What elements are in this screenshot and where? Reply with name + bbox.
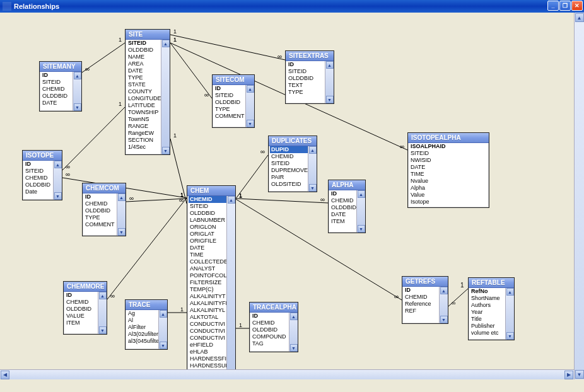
field-tag[interactable]: TAG [251, 340, 289, 347]
field-conductivi[interactable]: CONDUCTIVI [189, 335, 226, 342]
field-comment[interactable]: COMMENT [84, 221, 117, 228]
field-scrollbar[interactable]: ▲▼ [289, 313, 298, 352]
table-header-siteextras[interactable]: SITEEXTRAS [286, 51, 334, 61]
field-siteid[interactable]: SITEID [41, 79, 73, 86]
field-alktotal[interactable]: ALKTOTAL [189, 314, 226, 321]
field-dupremove[interactable]: DUPREMOVE [270, 167, 308, 174]
table-header-duplicates[interactable]: DUPLICATES [269, 136, 317, 146]
scroll-down-icon[interactable]: ▼ [440, 316, 448, 323]
scroll-up-icon[interactable]: ▲ [247, 85, 254, 93]
field-time[interactable]: TIME [409, 171, 489, 178]
field-id[interactable]: ID [41, 72, 73, 79]
field-14sec[interactable]: 1/4Sec [127, 144, 161, 151]
field-longitude[interactable]: LONGITUDE [127, 95, 161, 102]
maximize-button[interactable]: ❐ [559, 1, 571, 11]
field-isoalphaid[interactable]: ISOALPHAID [409, 143, 489, 150]
scroll-down-icon[interactable]: ▼ [247, 120, 254, 127]
field-text[interactable]: TEXT [287, 82, 325, 89]
field-list[interactable]: CHEMIDSITEIDOLDDBIDLABNUMBERORIGLONORIGL… [187, 196, 226, 378]
field-id[interactable]: ID [330, 190, 356, 197]
field-olddbid[interactable]: OLDDBID [330, 204, 356, 211]
field-scrollbar[interactable]: ▲▼ [117, 193, 126, 236]
field-oldsiteid[interactable]: OLDSITEID [270, 181, 308, 188]
field-type[interactable]: TYPE [214, 106, 245, 113]
table-header-chemcom[interactable]: CHEMCOM [83, 183, 126, 193]
field-al3045ufilter[interactable]: al3(045ufilter [127, 338, 158, 345]
field-olddbid[interactable]: OLDDBID [251, 326, 289, 333]
scroll-up-icon[interactable]: ▲ [290, 313, 298, 320]
field-chemid[interactable]: CHEMID [41, 86, 73, 93]
field-list[interactable]: AgAlAlFilterAl3(02ufilter)al3(045ufilter [126, 310, 158, 349]
field-scrollbar[interactable]: ▲▼ [226, 196, 235, 378]
field-chemid[interactable]: CHEMID [84, 200, 117, 207]
scroll-up-icon[interactable]: ▲ [160, 310, 167, 318]
field-list[interactable]: RefNoShortNameAuthorsYearTitlePublisherv… [469, 288, 505, 340]
field-collectedby[interactable]: COLLECTEDBY [189, 258, 226, 265]
field-olddbid[interactable]: OLDDBID [65, 306, 98, 313]
field-area[interactable]: AREA [127, 61, 161, 67]
field-ehlab[interactable]: eHLAB [189, 349, 226, 355]
field-item[interactable]: ITEM [330, 218, 356, 225]
field-list[interactable]: IDSITEIDOLDDBIDTEXTTYPE [286, 61, 325, 103]
scroll-down-button[interactable]: ▼ [575, 370, 584, 379]
field-al302ufilter[interactable]: Al3(02ufilter) [127, 331, 158, 338]
field-list[interactable]: IDCHEMIDOLDDBIDDATEITEM [329, 190, 356, 233]
scroll-down-icon[interactable]: ▼ [74, 103, 81, 111]
field-type[interactable]: TYPE [127, 74, 161, 81]
field-origlat[interactable]: ORIGLAT [189, 231, 226, 238]
field-date[interactable]: DATE [189, 245, 226, 251]
field-list[interactable]: SITEIDOLDDBIDNAMEAREADATETYPESTATECOUNTY… [126, 40, 161, 154]
scroll-up-icon[interactable]: ▲ [54, 161, 62, 168]
scroll-down-icon[interactable]: ▼ [99, 326, 107, 334]
scroll-up-icon[interactable]: ▲ [326, 61, 334, 69]
field-hardnessfi[interactable]: HARDNESSFI [189, 355, 226, 362]
field-type[interactable]: TYPE [84, 214, 117, 221]
field-ref[interactable]: REF [404, 308, 439, 314]
field-olddbid[interactable]: OLDDBID [84, 207, 117, 214]
scroll-up-icon[interactable]: ▲ [162, 40, 170, 47]
field-list[interactable]: DUPIDCHEMIDSITEIDDUPREMOVEPAIROLDSITEID [269, 146, 308, 192]
scroll-up-icon[interactable]: ▲ [506, 288, 514, 296]
scroll-down-icon[interactable]: ▼ [118, 228, 126, 236]
field-conductivi[interactable]: CONDUCTIVI [189, 321, 226, 328]
table-tracealpha[interactable]: TRACEALPHAIDCHEMIDOLDDBIDCOMPOUNDTAG▲▼ [249, 302, 298, 352]
scroll-up-icon[interactable]: ▲ [228, 196, 235, 204]
field-origfile[interactable]: ORIGFILE [189, 238, 226, 245]
field-alkalinityt[interactable]: ALKALINITYT [189, 293, 226, 300]
field-siteid[interactable]: SITEID [127, 40, 161, 47]
table-header-site[interactable]: SITE [126, 30, 170, 40]
field-list[interactable]: IDCHEMIDReferenceREF [402, 287, 439, 323]
table-trace[interactable]: TRACEAgAlAlFilterAl3(02ufilter)al3(045uf… [125, 299, 168, 350]
table-header-getrefs[interactable]: GETREFS [402, 277, 448, 287]
table-chemmore[interactable]: CHEMMOREIDCHEMIDOLDDBIDVALUEITEM▲▼ [63, 281, 107, 335]
table-getrefs[interactable]: GETREFSIDCHEMIDReferenceREF▲▼ [402, 276, 448, 324]
field-list[interactable]: IDCHEMIDOLDDBIDTYPECOMMENT [83, 193, 117, 236]
scroll-up-icon[interactable]: ▲ [118, 193, 126, 201]
field-list[interactable]: IDSITEIDCHEMIDOLDDBIDDATE [40, 72, 73, 111]
field-time[interactable]: TIME [189, 251, 226, 258]
field-labnumber[interactable]: LABNUMBER [189, 217, 226, 224]
field-chemid[interactable]: CHEMID [24, 175, 53, 182]
field-year[interactable]: Year [470, 309, 505, 316]
field-siteid[interactable]: SITEID [409, 150, 489, 157]
field-item[interactable]: ITEM [65, 320, 98, 326]
field-list[interactable]: IDSITEIDCHEMIDOLDDBIDDate [23, 161, 53, 200]
scroll-up-icon[interactable]: ▲ [358, 190, 365, 198]
field-olddbid[interactable]: OLDDBID [24, 182, 53, 188]
table-header-isotopealpha[interactable]: ISOTOPEALPHA [408, 133, 489, 143]
table-isotopealpha[interactable]: ISOTOPEALPHAISOALPHAIDSITEIDNWISIDDATETI… [407, 132, 489, 208]
table-header-alpha[interactable]: ALPHA [329, 180, 365, 190]
field-olddbid[interactable]: OLDDBID [287, 75, 325, 82]
field-al[interactable]: Al [127, 317, 158, 324]
field-nwisid[interactable]: NWISID [409, 157, 489, 164]
field-date[interactable]: DATE [409, 164, 489, 171]
field-ehfield[interactable]: eHFIELD [189, 342, 226, 349]
field-ag[interactable]: Ag [127, 310, 158, 317]
scroll-up-icon[interactable]: ▲ [440, 287, 448, 294]
field-reference[interactable]: Reference [404, 301, 439, 308]
scroll-down-icon[interactable]: ▼ [160, 342, 167, 349]
field-rangeew[interactable]: RangeEW [127, 130, 161, 137]
field-olddbid[interactable]: OLDDBID [41, 93, 73, 100]
field-compound[interactable]: COMPOUND [251, 333, 289, 340]
field-refno[interactable]: RefNo [470, 288, 505, 295]
